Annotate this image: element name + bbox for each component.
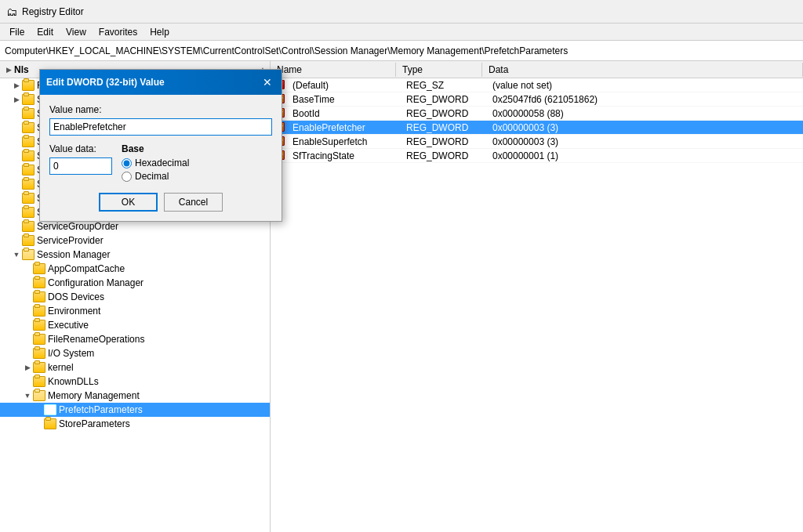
- reg-name-sftracingstate: SfTracingState: [289, 150, 403, 161]
- filerenameoperations-folder-icon: [33, 334, 45, 345]
- ok-button[interactable]: OK: [99, 193, 158, 212]
- memorymanagement-folder-icon: [33, 390, 45, 401]
- reg-type-basetime: REG_DWORD: [403, 94, 489, 105]
- value-data-section: Value data: Base Hexadecimal Decimal: [49, 143, 272, 182]
- sam-folder-icon: [22, 108, 35, 119]
- app-title: Registry Editor: [22, 6, 84, 17]
- col-header-data: Data: [482, 63, 803, 77]
- tree-item-knowndlls[interactable]: KnownDLLs: [0, 375, 270, 389]
- registry-row-enablesuperfetch[interactable]: dw EnableSuperfetch REG_DWORD 0x00000003…: [271, 135, 803, 149]
- menu-favorites[interactable]: Favorites: [93, 25, 144, 39]
- radio-decimal-label: Decimal: [135, 171, 169, 182]
- tree-item-iosystem[interactable]: I/O System: [0, 346, 270, 360]
- dialog-body: Value name: Value data: Base Hexadecimal…: [40, 95, 282, 221]
- menu-view[interactable]: View: [60, 25, 93, 39]
- address-path: Computer\HKEY_LOCAL_MACHINE\SYSTEM\Curre…: [5, 45, 568, 56]
- nls-expand-arrow[interactable]: [3, 66, 14, 74]
- registry-row-default[interactable]: ab (Default) REG_SZ (value not set): [271, 78, 803, 92]
- reg-type-enableprefetcher: REG_DWORD: [403, 122, 489, 133]
- secureboot-folder-icon: [22, 165, 35, 176]
- nls-label: Nls: [14, 64, 29, 75]
- dosdevices-folder-icon: [33, 291, 45, 302]
- retaildemo-arrow: [11, 81, 22, 89]
- base-label: Base: [122, 143, 189, 154]
- environment-folder-icon: [33, 306, 45, 317]
- tree-item-appcompatcache[interactable]: AppCompatCache: [0, 262, 270, 276]
- menu-file[interactable]: File: [3, 25, 31, 39]
- reg-name-default: (Default): [289, 80, 403, 91]
- tree-item-executive[interactable]: Executive: [0, 318, 270, 332]
- tree-item-memorymanagement[interactable]: Memory Management: [0, 389, 270, 403]
- appcompatcache-folder-icon: [33, 263, 45, 274]
- safeboot-folder-icon: [22, 94, 35, 105]
- reg-name-enableprefetcher: EnablePrefetcher: [289, 122, 403, 133]
- serviceaggregatedevents-folder-icon: [22, 207, 35, 218]
- serviceprovider-label: ServiceProvider: [37, 235, 104, 246]
- filerenameoperations-label: FileRenameOperations: [48, 334, 144, 345]
- tree-item-sessionmanager[interactable]: Session Manager: [0, 248, 270, 262]
- radio-hexadecimal-input[interactable]: [122, 158, 132, 168]
- configmanager-folder-icon: [33, 277, 45, 288]
- registry-row-sftracingstate[interactable]: dw SfTracingState REG_DWORD 0x00000001 (…: [271, 149, 803, 163]
- knowndlls-folder-icon: [33, 376, 45, 387]
- registry-row-basetime[interactable]: dw BaseTime REG_DWORD 0x25047fd6 (621051…: [271, 92, 803, 107]
- cancel-button[interactable]: Cancel: [164, 193, 223, 212]
- dialog-buttons: OK Cancel: [49, 193, 272, 212]
- reg-data-sftracingstate: 0x00000001 (1): [489, 150, 803, 161]
- servicegrouporder-label: ServiceGroupOrder: [37, 221, 118, 232]
- iosystem-folder-icon: [33, 348, 45, 359]
- value-data-input[interactable]: [49, 157, 112, 175]
- value-data-label: Value data:: [49, 143, 112, 154]
- tree-item-environment[interactable]: Environment: [0, 304, 270, 318]
- value-name-input[interactable]: [49, 118, 272, 136]
- sessionmanager-arrow: [11, 251, 22, 259]
- base-radio-group: Hexadecimal Decimal: [122, 157, 189, 182]
- tree-item-storeparameters[interactable]: StoreParameters: [0, 417, 270, 431]
- reg-data-default: (value not set): [489, 80, 803, 91]
- kernel-folder-icon: [33, 362, 45, 373]
- environment-label: Environment: [48, 306, 100, 317]
- dosdevices-label: DOS Devices: [48, 291, 104, 302]
- radio-hexadecimal-label: Hexadecimal: [135, 157, 189, 168]
- prefetchparams-label: PrefetchParameters: [59, 404, 143, 415]
- kernel-arrow: [22, 364, 33, 371]
- radio-decimal[interactable]: Decimal: [122, 171, 189, 182]
- col-header-name: Name: [271, 63, 396, 77]
- dialog-title-bar: Edit DWORD (32-bit) Value ✕: [40, 70, 282, 95]
- securepipeservers-folder-icon: [22, 179, 35, 190]
- menu-help[interactable]: Help: [144, 25, 176, 39]
- scevents-folder-icon: [22, 122, 35, 133]
- base-section: Base Hexadecimal Decimal: [122, 143, 189, 182]
- value-data-left: Value data:: [49, 143, 112, 182]
- registry-row-enableprefetcher[interactable]: dw EnablePrefetcher REG_DWORD 0x00000003…: [271, 121, 803, 135]
- prefetchparams-folder-icon: [44, 404, 56, 415]
- address-bar: Computer\HKEY_LOCAL_MACHINE\SYSTEM\Curre…: [0, 41, 803, 61]
- storeparameters-folder-icon: [44, 418, 56, 429]
- value-name-label: Value name:: [49, 104, 272, 115]
- registry-row-bootid[interactable]: dw BootId REG_DWORD 0x00000058 (88): [271, 107, 803, 121]
- reg-type-default: REG_SZ: [403, 80, 489, 91]
- dialog-close-button[interactable]: ✕: [260, 74, 275, 90]
- reg-type-enablesuperfetch: REG_DWORD: [403, 136, 489, 147]
- tree-item-filerenameoperations[interactable]: FileRenameOperations: [0, 332, 270, 346]
- registry-rows-container: ab (Default) REG_SZ (value not set) dw B…: [271, 78, 803, 163]
- retaildemo-folder-icon: [22, 80, 35, 91]
- reg-name-bootid: BootId: [289, 108, 403, 119]
- menu-edit[interactable]: Edit: [31, 25, 60, 39]
- tree-item-configurationmanager[interactable]: Configuration Manager: [0, 276, 270, 290]
- safeboot-arrow: [11, 96, 22, 103]
- radio-hexadecimal[interactable]: Hexadecimal: [122, 157, 189, 168]
- menu-bar: File Edit View Favorites Help: [0, 24, 803, 41]
- securityproviders-folder-icon: [22, 193, 35, 204]
- reg-data-basetime: 0x25047fd6 (621051862): [489, 94, 803, 105]
- memorymanagement-arrow: [22, 392, 33, 400]
- appcompatcache-label: AppCompatCache: [48, 263, 125, 274]
- sessionmanager-label: Session Manager: [37, 249, 110, 260]
- radio-decimal-input[interactable]: [122, 172, 132, 182]
- tree-item-prefetchparameters[interactable]: PrefetchParameters: [0, 403, 270, 417]
- memorymanagement-label: Memory Management: [48, 390, 140, 401]
- tree-item-kernel[interactable]: kernel: [0, 360, 270, 375]
- tree-item-dosdevices[interactable]: DOS Devices: [0, 290, 270, 304]
- column-headers: Name Type Data: [271, 61, 803, 78]
- tree-item-serviceprovider[interactable]: ServiceProvider: [0, 233, 270, 248]
